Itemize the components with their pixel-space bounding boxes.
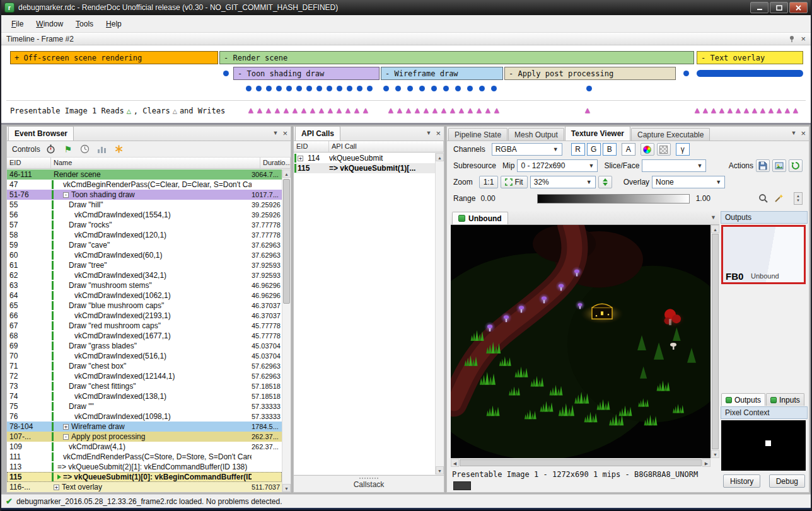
scroll-down-icon[interactable]: ▼ [282, 484, 291, 492]
column-eid[interactable]: EID [7, 158, 51, 168]
scroll-right-icon[interactable]: ▶ [702, 459, 710, 467]
open-texture-list-button[interactable] [772, 159, 786, 172]
event-row[interactable]: 61Draw "tree"37.92593 [7, 260, 282, 270]
timeline-bar-text-overlay[interactable]: - Text overlay [697, 51, 803, 64]
event-row[interactable]: 64vkCmdDrawIndexed(1062,1)46.96296 [7, 290, 282, 301]
tab-mesh-output[interactable]: Mesh Output [508, 128, 564, 141]
tab-capture-executable[interactable]: Capture Executable [631, 128, 710, 141]
timeline-bar-render-scene[interactable]: - Render scene [219, 51, 694, 64]
green-channel-button[interactable]: G [587, 143, 601, 156]
expander-icon[interactable]: + [63, 424, 69, 430]
timeline-bar-wireframe-draw[interactable]: - Wireframe draw [381, 67, 503, 80]
menu-item-help[interactable]: Help [100, 17, 128, 31]
event-row[interactable]: 78-104+Wireframe draw1784.5... [7, 422, 282, 432]
tab-event-browser[interactable]: Event Browser [8, 126, 74, 141]
timeline-bar-toon-shading-draw[interactable]: - Toon shading draw [233, 67, 380, 80]
chevron-down-icon[interactable]: ▼ [791, 130, 796, 136]
expander-icon[interactable]: - [63, 192, 69, 198]
zoom-range-button[interactable] [757, 192, 770, 205]
scroll-left-icon[interactable]: ◀ [451, 459, 459, 467]
event-dot[interactable] [467, 86, 473, 91]
titlebar[interactable]: r debugmarker.rdc - RenderDoc Unofficial… [1, 0, 811, 15]
refresh-button[interactable] [789, 159, 803, 172]
event-row[interactable]: 67Draw "red mushroom caps"45.77778 [7, 321, 282, 331]
event-row[interactable]: 60vkCmdDrawIndexed(60,1)37.62963 [7, 250, 282, 260]
callstack-section[interactable]: Callstack [294, 475, 444, 492]
event-row[interactable]: 68vkCmdDrawIndexed(1677,1)45.77778 [7, 331, 282, 341]
scroll-down-icon[interactable]: ▼ [711, 450, 719, 458]
scroll-up-icon[interactable]: ▲ [282, 169, 291, 178]
event-dot[interactable] [367, 86, 373, 91]
event-row[interactable]: 109vkCmdDraw(4,1)262.37... [7, 442, 282, 452]
event-dot[interactable] [419, 86, 425, 91]
event-dot[interactable] [586, 86, 592, 91]
tab-api-calls[interactable]: API Calls [295, 126, 340, 141]
event-dot[interactable] [491, 86, 497, 91]
event-row[interactable]: 69Draw "grass blades"45.03704 [7, 341, 282, 351]
texture-viewport[interactable] [451, 225, 710, 458]
expander-icon[interactable]: + [298, 156, 303, 161]
event-row[interactable]: 46-111Render scene3064.7... [7, 169, 282, 180]
timeline-text-overlay-events-pill[interactable] [697, 70, 803, 77]
event-row[interactable]: 56vkCmdDrawIndexed(1554,1)39.25926 [7, 210, 282, 220]
event-row[interactable]: 76vkCmdDrawIndexed(1098,1)57.33333 [7, 411, 282, 422]
channels-select[interactable]: RGBA▼ [492, 143, 562, 156]
tab-unbound-texture[interactable]: Unbound [452, 212, 508, 224]
event-row[interactable]: 66vkCmdDrawIndexed(2193,1)46.37037 [7, 311, 282, 321]
minimize-button[interactable] [750, 2, 768, 13]
event-row[interactable]: 58vkCmdDrawIndexed(120,1)37.77778 [7, 230, 282, 240]
event-row[interactable]: 115=> vkQueueSubmit(1)[0]: vkBeginComman… [7, 472, 282, 482]
column-name[interactable]: Name [51, 158, 260, 168]
event-row[interactable]: 72vkCmdDrawIndexed(12144,1)57.62963 [7, 371, 282, 381]
autofit-button[interactable] [772, 192, 785, 205]
event-row[interactable]: 70vkCmdDrawIndexed(516,1)45.03704 [7, 351, 282, 361]
event-dot[interactable] [455, 86, 461, 91]
event-dot[interactable] [327, 86, 332, 91]
zoom-value-input[interactable]: 32%▼ [530, 176, 596, 188]
pin-icon[interactable] [788, 35, 796, 43]
column-duration[interactable]: Duratio... [260, 158, 291, 168]
event-row[interactable]: 71Draw "chest box"57.62963 [7, 361, 282, 371]
event-row[interactable]: 107-...-Apply post processing262.37... [7, 432, 282, 442]
history-button[interactable]: History [723, 474, 760, 488]
options-button[interactable] [113, 143, 125, 156]
event-dot[interactable] [266, 86, 272, 91]
event-row[interactable]: 62vkCmdDrawIndexed(342,1)37.92593 [7, 270, 282, 280]
statistics-button[interactable] [96, 143, 108, 156]
event-dot[interactable] [337, 86, 342, 91]
tab-outputs[interactable]: Outputs [721, 393, 765, 406]
close-panel-icon[interactable]: × [801, 129, 806, 137]
menu-item-window[interactable]: Window [30, 17, 69, 31]
event-dot[interactable] [286, 86, 292, 91]
menu-item-file[interactable]: File [5, 17, 30, 31]
event-dot[interactable] [357, 86, 362, 91]
fb0-thumbnail[interactable]: FB0 Unbound [721, 225, 806, 284]
event-dot[interactable] [383, 86, 389, 91]
texture-horizontal-scrollbar[interactable]: ◀ ▶ [451, 458, 710, 467]
tab-inputs[interactable]: Inputs [766, 393, 804, 406]
event-row[interactable]: 63Draw "mushroom stems"46.96296 [7, 280, 282, 290]
event-dot[interactable] [683, 71, 689, 76]
column-eid[interactable]: EID [294, 141, 329, 152]
texture-vertical-scrollbar[interactable]: ▲ ▼ [710, 225, 719, 458]
event-row[interactable]: 113=> vkQueueSubmit(2)[1]: vkEndCommandB… [7, 462, 282, 472]
api-call-row[interactable]: 115=> vkQueueSubmit(1)[... [294, 163, 435, 173]
timeline-bar-offscreen-scene-rendering[interactable]: + Off-screen scene rendering [10, 51, 218, 64]
event-dot[interactable] [256, 86, 262, 91]
chevron-down-icon[interactable]: ▼ [710, 215, 716, 221]
event-row[interactable]: 73Draw "chest fittings"57.18518 [7, 381, 282, 391]
chevron-down-icon[interactable]: ▼ [426, 130, 431, 136]
backcolor-button[interactable] [641, 143, 654, 156]
blue-channel-button[interactable]: B [603, 143, 617, 156]
zoom-1to1-button[interactable]: 1:1 [479, 176, 499, 188]
event-dot[interactable] [306, 86, 312, 91]
close-panel-icon[interactable]: × [801, 35, 806, 43]
scrollbar-thumb[interactable] [460, 459, 702, 466]
close-panel-icon[interactable]: × [436, 129, 441, 137]
save-texture-button[interactable] [756, 159, 770, 172]
timer-button[interactable] [45, 143, 57, 156]
mip-select[interactable]: 0 - 1272x690▼ [517, 159, 598, 172]
event-row[interactable]: 47vkCmdBeginRenderPass(C=Clear, D=Clear,… [7, 180, 282, 190]
scroll-up-icon[interactable]: ▲ [711, 225, 719, 233]
api-calls-scrollbar[interactable]: ▲ ▼ [435, 153, 444, 474]
